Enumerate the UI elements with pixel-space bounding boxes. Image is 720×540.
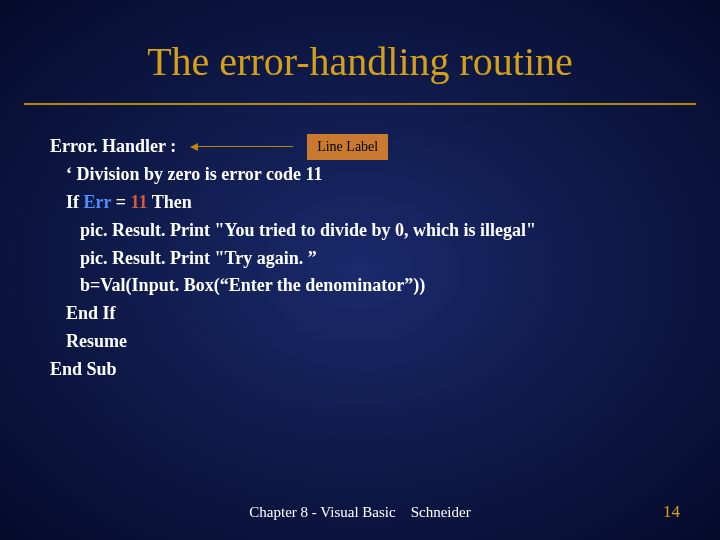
code-block: Error. Handler : Line Label ‘ Division b…: [0, 133, 720, 384]
page-number: 14: [663, 502, 680, 522]
then-keyword: Then: [147, 192, 191, 212]
code-line-7: End If: [50, 300, 690, 328]
code-line-4: pic. Result. Print "You tried to divide …: [50, 217, 690, 245]
line-label-callout: Line Label: [307, 134, 388, 160]
err-token: Err: [84, 192, 112, 212]
eleven-token: 11: [130, 192, 147, 212]
footer-center-text: Chapter 8 - Visual Basic Schneider: [249, 504, 470, 521]
code-line-5: pic. Result. Print "Try again. ”: [50, 245, 690, 273]
slide-footer: Chapter 8 - Visual Basic Schneider 14: [0, 502, 720, 522]
code-line-6: b=Val(Input. Box(“Enter the denominator”…: [50, 272, 690, 300]
arrow-line-icon: [198, 146, 293, 147]
code-line-2: ‘ Division by zero is error code 11: [50, 161, 690, 189]
arrow-head-icon: [190, 143, 198, 151]
title-underline: [24, 103, 696, 105]
equals-token: =: [111, 192, 130, 212]
code-line-9: End Sub: [50, 356, 690, 384]
if-keyword: If: [66, 192, 84, 212]
slide-title: The error-handling routine: [0, 0, 720, 103]
callout-arrow: [190, 143, 293, 151]
code-line-3: If Err = 11 Then: [50, 189, 690, 217]
code-line-1: Error. Handler :: [50, 133, 176, 161]
code-line-8: Resume: [50, 328, 690, 356]
